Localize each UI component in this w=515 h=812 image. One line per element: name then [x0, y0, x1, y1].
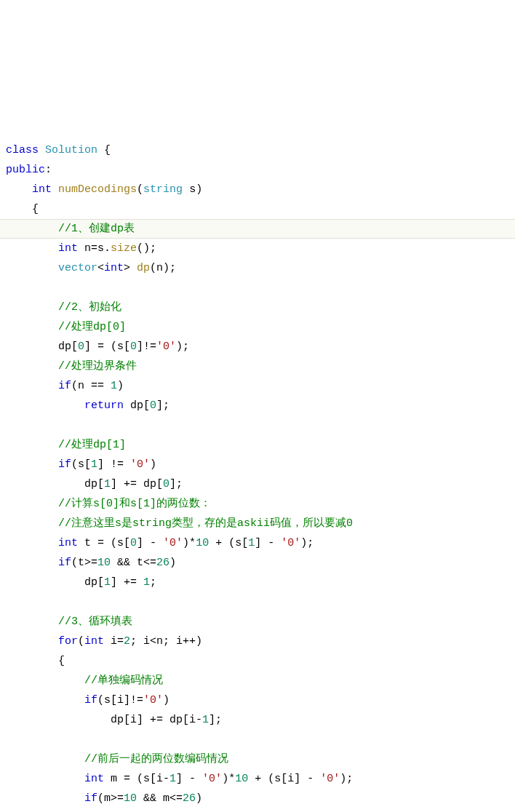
number: 1: [169, 773, 176, 785]
string: '0': [163, 537, 183, 549]
code-block: class Solution { public: int numDecoding…: [6, 121, 515, 812]
number: 2: [124, 635, 130, 648]
code: ];: [156, 399, 169, 412]
code: ] -: [255, 537, 281, 549]
string: '0': [130, 458, 150, 471]
function: size: [111, 242, 137, 255]
number: 10: [235, 773, 248, 785]
keyword: return: [84, 399, 124, 412]
code: ): [150, 458, 156, 471]
brace: {: [32, 203, 39, 215]
keyword: if: [58, 557, 71, 569]
type: int: [84, 635, 104, 648]
paren: (: [137, 183, 143, 196]
string: '0': [281, 537, 300, 549]
code: t = (s[: [84, 537, 130, 549]
code: (: [78, 635, 84, 648]
code: i=: [111, 635, 124, 648]
code: dp[: [130, 399, 150, 412]
param: s: [189, 183, 196, 196]
code: ] !=: [97, 458, 130, 471]
code: dp[: [84, 576, 104, 589]
code: && m<=: [137, 792, 183, 805]
comment: //前后一起的两位数编码情况: [84, 753, 228, 765]
code: ] -: [137, 537, 163, 549]
number: 0: [130, 537, 137, 549]
code: )*: [183, 537, 196, 549]
number: 26: [156, 557, 169, 569]
keyword: if: [84, 694, 97, 706]
code: ] += dp[: [111, 478, 163, 490]
code: );: [300, 537, 314, 549]
type: int: [104, 262, 124, 274]
code: ] = (s[: [84, 341, 130, 353]
code: );: [176, 341, 189, 353]
code: ]!=: [137, 341, 156, 353]
paren: ): [196, 183, 202, 196]
code: + (s[i] -: [248, 773, 320, 785]
number: 1: [91, 458, 97, 471]
number: 0: [163, 478, 169, 490]
number: 1: [143, 576, 150, 589]
number: 1: [104, 478, 111, 490]
string: '0': [143, 694, 163, 706]
code: ): [169, 557, 176, 569]
comment: //2、初始化: [58, 301, 121, 314]
code: ();: [137, 242, 156, 255]
comment: //注意这里s是string类型，存的是askii码值，所以要减0: [58, 517, 353, 530]
type: vector: [58, 262, 97, 274]
number: 0: [130, 341, 137, 353]
colon: :: [45, 164, 52, 176]
number: 10: [196, 537, 209, 549]
comment: //处理边界条件: [58, 360, 137, 373]
number: 1: [104, 576, 111, 589]
code: );: [340, 773, 353, 785]
comment: //处理dp[1]: [58, 439, 126, 451]
number: 0: [78, 341, 84, 353]
number: 1: [248, 537, 255, 549]
comment: //1、创建dp表: [58, 223, 135, 235]
keyword: if: [58, 458, 71, 471]
keyword: public: [6, 164, 45, 176]
code: m = (s[i-: [111, 773, 169, 785]
string: '0': [156, 341, 176, 353]
code: <: [97, 262, 104, 274]
code: ): [163, 694, 169, 706]
number: 1: [202, 714, 209, 726]
keyword: for: [58, 635, 78, 648]
code: + (s[: [209, 537, 248, 549]
brace: {: [58, 655, 65, 667]
code: dp[i] += dp[i-: [111, 714, 202, 726]
keyword: if: [58, 380, 71, 392]
comment: //计算s[0]和s[1]的两位数：: [58, 498, 211, 510]
type: int: [58, 537, 78, 549]
keyword: class: [6, 144, 39, 156]
number: 10: [124, 792, 137, 805]
code: ];: [169, 478, 183, 490]
code: >: [124, 262, 137, 274]
code: )*: [222, 773, 235, 785]
keyword: if: [84, 792, 97, 805]
string: '0': [320, 773, 340, 785]
comment: //处理dp[0]: [58, 321, 126, 333]
number: 10: [97, 557, 111, 569]
code: ;: [150, 576, 156, 589]
code: (n ==: [71, 380, 111, 392]
type: int: [58, 242, 78, 255]
comment: //3、循环填表: [58, 616, 132, 628]
code: ];: [209, 714, 222, 726]
type: Solution: [45, 144, 97, 156]
code: (s[: [71, 458, 91, 471]
code: ; i<n; i++): [130, 635, 202, 648]
number: 26: [183, 792, 196, 805]
number: 0: [150, 399, 156, 412]
code: (m>=: [97, 792, 124, 805]
brace: {: [104, 144, 111, 156]
code: ): [117, 380, 124, 392]
function: dp: [137, 262, 150, 274]
code: && t<=: [111, 557, 156, 569]
function: numDecodings: [58, 183, 137, 196]
type: int: [84, 773, 104, 785]
code: (n);: [150, 262, 176, 274]
number: 1: [111, 380, 117, 392]
